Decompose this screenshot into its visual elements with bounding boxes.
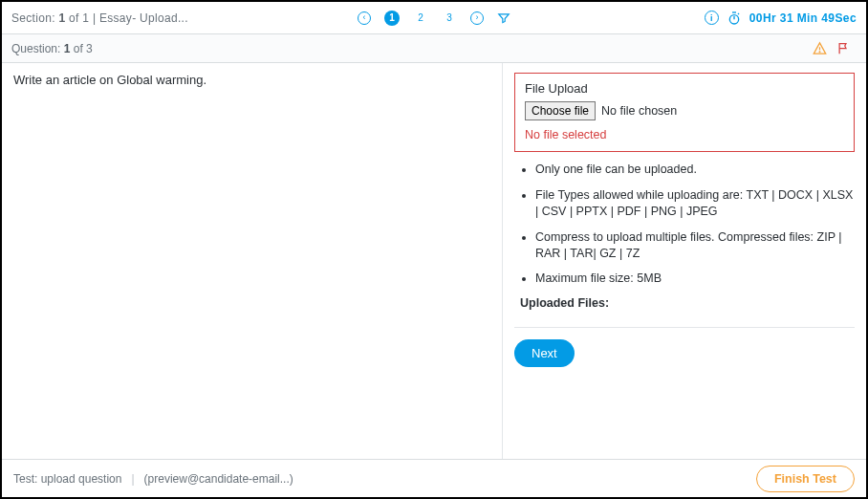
section-name: Essay- Upload...	[99, 11, 188, 25]
question-counter: Question: 1 of 3	[11, 42, 93, 55]
file-input-row: Choose file No file chosen	[525, 101, 844, 120]
next-button[interactable]: Next	[514, 339, 575, 367]
footer-separator: |	[131, 472, 134, 486]
uploaded-files-label: Uploaded Files:	[520, 296, 855, 310]
file-upload-box: File Upload Choose file No file chosen N…	[514, 73, 855, 152]
nav-prev-button[interactable]: ‹	[358, 11, 371, 25]
finish-test-button[interactable]: Finish Test	[756, 466, 855, 492]
section-prefix: Section:	[11, 11, 58, 25]
section-label: Section: 1 of 1 | Essay- Upload...	[11, 11, 188, 25]
upload-rule: Compress to upload multiple files. Compr…	[535, 229, 855, 262]
section-of: of	[65, 11, 82, 25]
footer-bar: Test: upload question | (preview@candida…	[2, 459, 866, 497]
upload-rule: Only one file can be uploaded.	[535, 162, 855, 178]
question-panel: Write an article on Global warming.	[2, 63, 503, 459]
upload-rule: Maximum file size: 5MB	[535, 271, 855, 287]
main-content: Write an article on Global warming. File…	[2, 63, 866, 459]
timer-area: i 00Hr 31 Min 49Sec	[705, 11, 857, 26]
choose-file-button[interactable]: Choose file	[525, 101, 596, 120]
nav-next-button[interactable]: ›	[470, 11, 484, 25]
test-name: Test: upload question	[13, 472, 121, 486]
no-file-chosen-text: No file chosen	[601, 104, 677, 118]
candidate-email: (preview@candidate-email...)	[144, 472, 293, 486]
chevron-right-icon: ›	[476, 13, 479, 22]
stopwatch-icon	[727, 11, 742, 26]
section-divider: |	[89, 11, 99, 25]
upload-rules-list: Only one file can be uploaded. File Type…	[514, 162, 855, 287]
top-bar: Section: 1 of 1 | Essay- Upload... ‹ 1 2…	[2, 2, 866, 34]
answer-panel: File Upload Choose file No file chosen N…	[503, 63, 866, 459]
upload-rule: File Types allowed while uploading are: …	[535, 187, 855, 220]
question-nav: ‹ 1 2 3 ›	[358, 11, 510, 26]
chevron-left-icon: ‹	[363, 13, 366, 22]
flag-icon[interactable]	[836, 41, 851, 55]
nav-page-1[interactable]: 1	[384, 11, 400, 26]
nav-page-2[interactable]: 2	[413, 11, 428, 26]
question-of: of	[70, 42, 86, 55]
divider	[514, 327, 855, 328]
timer-text: 00Hr 31 Min 49Sec	[749, 11, 857, 25]
no-file-selected-text: No file selected	[525, 128, 844, 141]
question-text: Write an article on Global warming.	[13, 73, 490, 87]
filter-icon[interactable]	[497, 11, 510, 25]
nav-page-3[interactable]: 3	[442, 11, 457, 26]
info-icon[interactable]: i	[705, 11, 719, 25]
question-total: 3	[86, 42, 93, 55]
file-upload-title: File Upload	[525, 81, 844, 96]
warning-icon[interactable]	[813, 41, 827, 55]
question-header: Question: 1 of 3	[2, 34, 866, 63]
svg-point-1	[819, 52, 820, 53]
question-prefix: Question:	[11, 42, 64, 55]
